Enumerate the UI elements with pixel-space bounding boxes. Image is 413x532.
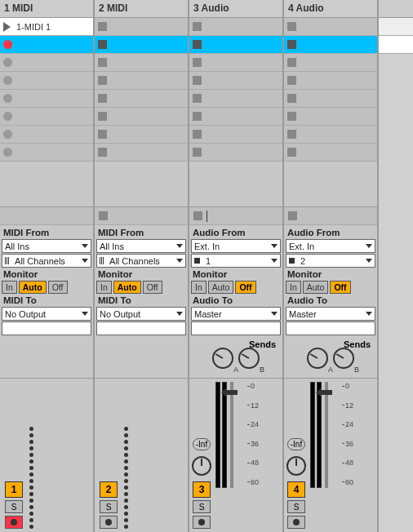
clip-slot[interactable]: [284, 72, 377, 90]
clip-slot[interactable]: [189, 126, 282, 144]
play-icon[interactable]: [3, 22, 11, 32]
volume-fader[interactable]: [230, 382, 233, 488]
clip-slot[interactable]: [284, 144, 377, 162]
track-header[interactable]: 2 MIDI: [95, 0, 188, 18]
input-channel-dropdown[interactable]: All Channels: [96, 254, 186, 268]
monitor-off-button[interactable]: Off: [143, 281, 162, 294]
monitor-auto-button[interactable]: Auto: [303, 281, 329, 294]
arm-button[interactable]: [100, 516, 118, 529]
send-a-knob[interactable]: [212, 348, 233, 369]
clip-slot[interactable]: [95, 144, 188, 162]
volume-fader[interactable]: [325, 382, 328, 488]
send-b-knob[interactable]: [238, 348, 260, 369]
clip-slot[interactable]: [284, 126, 377, 144]
track-status[interactable]: [284, 207, 377, 225]
arm-button[interactable]: [5, 516, 23, 529]
output-channel-dropdown[interactable]: [286, 321, 375, 335]
clip-slot[interactable]: [95, 126, 188, 144]
clip-slot[interactable]: [189, 144, 282, 162]
clip-slot[interactable]: [0, 108, 93, 126]
clip-slot[interactable]: [189, 18, 282, 36]
input-type-dropdown[interactable]: Ext. In: [286, 239, 375, 253]
clip-slot[interactable]: [284, 18, 377, 36]
send-a-knob[interactable]: [307, 348, 328, 369]
track-status[interactable]: [189, 207, 282, 225]
clip-slot[interactable]: [95, 54, 188, 72]
clip-slot-selected[interactable]: [95, 36, 188, 54]
input-channel-dropdown[interactable]: 1: [191, 254, 281, 268]
clip-slot[interactable]: [0, 90, 93, 108]
output-channel-dropdown[interactable]: [2, 321, 91, 335]
clip-slot[interactable]: [284, 108, 377, 126]
monitor-off-button[interactable]: Off: [48, 281, 68, 294]
fader-handle[interactable]: [321, 390, 332, 395]
clip-slot[interactable]: [189, 108, 282, 126]
pan-knob[interactable]: [192, 456, 211, 476]
drop-area[interactable]: [284, 162, 377, 207]
monitor-in-button[interactable]: In: [286, 281, 301, 294]
clip-slot[interactable]: [284, 54, 377, 72]
track-header[interactable]: 3 Audio: [189, 0, 282, 18]
solo-button[interactable]: S: [193, 500, 211, 513]
input-type-dropdown[interactable]: All Ins: [2, 239, 91, 253]
volume-display[interactable]: -Inf: [287, 438, 305, 450]
output-type-dropdown[interactable]: No Output: [96, 307, 186, 321]
track-status[interactable]: [0, 207, 93, 225]
pan-knob[interactable]: [286, 456, 306, 476]
clip-slot[interactable]: [189, 54, 282, 72]
track-status[interactable]: [95, 207, 188, 225]
empty-track-area[interactable]: [379, 0, 413, 532]
clip-slot-selected[interactable]: [0, 36, 93, 54]
output-channel-dropdown[interactable]: [191, 321, 281, 335]
track-activator-button[interactable]: 2: [100, 481, 118, 498]
input-type-dropdown[interactable]: All Ins: [96, 239, 186, 253]
arm-button[interactable]: [193, 516, 211, 529]
monitor-in-button[interactable]: In: [191, 281, 206, 294]
track-header[interactable]: 1 MIDI: [0, 0, 93, 18]
output-type-dropdown[interactable]: Master: [286, 307, 375, 321]
monitor-in-button[interactable]: In: [2, 281, 17, 294]
clip-slot[interactable]: [189, 90, 282, 108]
arm-button[interactable]: [287, 516, 305, 529]
from-label: MIDI From: [2, 227, 91, 238]
drop-area[interactable]: [0, 162, 93, 207]
monitor-off-button[interactable]: Off: [330, 281, 350, 294]
clip-slot[interactable]: [95, 72, 188, 90]
volume-display[interactable]: -Inf: [193, 438, 211, 450]
track-header[interactable]: 4 Audio: [284, 0, 377, 18]
input-channel-dropdown[interactable]: All Channels: [2, 254, 91, 268]
clip-slot[interactable]: 1-MIDI 1: [0, 18, 93, 36]
clip-slot-selected[interactable]: [284, 36, 377, 54]
monitor-auto-button[interactable]: Auto: [208, 281, 234, 294]
output-type-dropdown[interactable]: No Output: [2, 307, 91, 321]
track-activator-button[interactable]: 1: [5, 481, 23, 498]
clip-slot[interactable]: [95, 18, 188, 36]
clip-slot[interactable]: [0, 72, 93, 90]
clip-slot[interactable]: [95, 108, 188, 126]
clip-slot[interactable]: [0, 126, 93, 144]
input-type-dropdown[interactable]: Ext. In: [191, 239, 281, 253]
clip-slot[interactable]: [284, 90, 377, 108]
clip-slot[interactable]: [95, 90, 188, 108]
monitor-in-button[interactable]: In: [96, 281, 112, 294]
track-activator-button[interactable]: 3: [193, 481, 211, 498]
clip-slot-selected[interactable]: [189, 36, 282, 54]
clip-slots: [189, 18, 282, 162]
output-type-dropdown[interactable]: Master: [191, 307, 281, 321]
input-channel-dropdown[interactable]: 2: [286, 254, 375, 268]
clip-slot[interactable]: [0, 144, 93, 162]
fader-handle[interactable]: [226, 390, 238, 395]
send-b-knob[interactable]: [333, 348, 354, 369]
drop-area[interactable]: [189, 162, 282, 207]
solo-button[interactable]: S: [100, 500, 118, 513]
drop-area[interactable]: [95, 162, 188, 207]
monitor-off-button[interactable]: Off: [235, 281, 255, 294]
clip-slot[interactable]: [189, 72, 282, 90]
solo-button[interactable]: S: [5, 500, 23, 513]
clip-slot[interactable]: [0, 54, 93, 72]
output-channel-dropdown[interactable]: [96, 321, 186, 335]
monitor-auto-button[interactable]: Auto: [113, 281, 141, 294]
solo-button[interactable]: S: [287, 500, 305, 513]
monitor-auto-button[interactable]: Auto: [19, 281, 47, 294]
track-activator-button[interactable]: 4: [287, 481, 305, 498]
